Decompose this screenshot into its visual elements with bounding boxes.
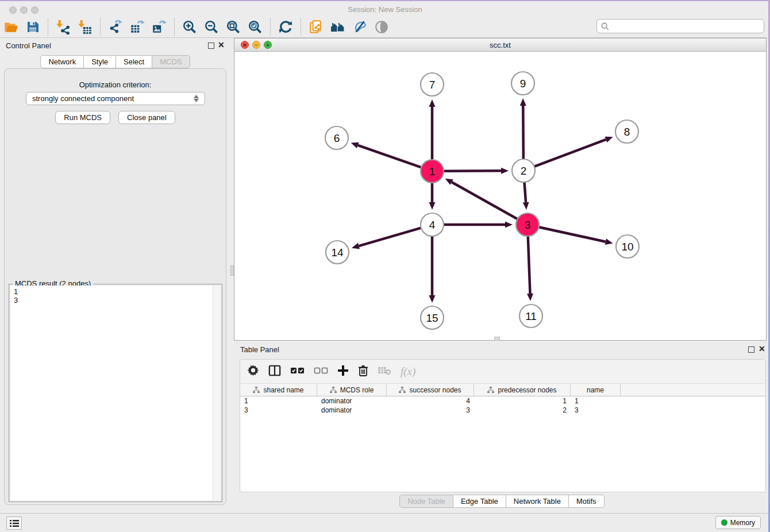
column-label: name — [587, 386, 604, 394]
horizontal-splitter-handle[interactable] — [494, 337, 500, 341]
graph-edge-3-10[interactable] — [539, 227, 606, 241]
close-panel-button[interactable]: Close panel — [118, 111, 175, 124]
app-title: Session: New Session — [0, 5, 770, 14]
hierarchy-icon — [487, 387, 494, 394]
cell-name[interactable]: 3 — [571, 406, 621, 415]
memory-label: Memory — [730, 519, 755, 527]
column-header-name[interactable]: name — [571, 384, 621, 396]
export-table-icon[interactable] — [129, 18, 146, 36]
task-history-button[interactable] — [6, 516, 22, 530]
column-header-shared-name[interactable]: shared name — [240, 384, 317, 396]
graph-node-label-14: 14 — [331, 246, 344, 259]
graph-edge-arrowhead — [352, 243, 360, 249]
tab-style[interactable]: Style — [84, 55, 116, 68]
graphics-details-icon[interactable] — [351, 18, 368, 36]
tab-mcds[interactable]: MCDS — [152, 55, 190, 68]
cell-successor-nodes[interactable]: 3 — [387, 406, 474, 415]
graph-edge-arrowhead — [605, 137, 613, 142]
app-titlebar: Session: New Session — [0, 0, 770, 16]
delete-column-trash-icon[interactable] — [358, 365, 368, 379]
result-scrollbar[interactable] — [213, 286, 221, 500]
criterion-dropdown[interactable]: strongly connected component — [26, 92, 205, 105]
column-header-successor-nodes[interactable]: successor nodes — [387, 384, 474, 396]
table-row[interactable]: 1 dominator 4 1 1 — [240, 396, 765, 406]
search-input[interactable] — [612, 22, 764, 30]
graph-edge-arrowhead — [429, 295, 436, 303]
cell-mcds-role[interactable]: dominator — [317, 406, 387, 415]
tab-select[interactable]: Select — [116, 55, 152, 68]
tab-network[interactable]: Network — [40, 55, 84, 68]
graph-edge-1-2[interactable] — [444, 171, 501, 171]
graph-edge-2-3[interactable] — [524, 182, 526, 202]
close-table-panel-icon[interactable]: ✕ — [759, 345, 765, 353]
mcds-panel: Optimization criterion: strongly connect… — [4, 68, 226, 505]
run-mcds-button[interactable]: Run MCDS — [55, 111, 110, 124]
zoom-out-icon[interactable] — [203, 18, 220, 36]
float-panel-icon[interactable] — [208, 43, 214, 49]
clone-network-icon[interactable] — [307, 18, 325, 36]
tab-motifs[interactable]: Motifs — [569, 495, 605, 508]
control-panel-header: Control Panel ✕ — [0, 38, 230, 53]
graph-edge-3-11[interactable] — [528, 236, 530, 294]
graph-edge-arrowhead — [429, 202, 436, 210]
main-toolbar — [0, 16, 770, 38]
cell-shared-name[interactable]: 3 — [240, 406, 317, 415]
table-toolbar: f(x) — [240, 360, 765, 384]
table-row[interactable]: 3 dominator 3 2 3 — [240, 406, 765, 415]
mcds-result-box: MCDS result (2 nodes) 1 3 — [9, 284, 222, 502]
open-session-icon[interactable] — [2, 18, 20, 36]
select-all-icon[interactable] — [290, 366, 305, 377]
cell-shared-name[interactable]: 1 — [240, 396, 317, 406]
network-window-titlebar[interactable]: ✕ − + scc.txt — [234, 38, 766, 52]
zoom-selected-icon[interactable] — [247, 18, 264, 36]
cell-predecessor-nodes[interactable]: 1 — [474, 396, 571, 406]
mcds-result-list[interactable]: 1 3 — [10, 286, 213, 500]
add-column-plus-icon[interactable] — [337, 365, 349, 379]
hierarchy-icon — [330, 387, 337, 394]
column-header-mcds-role[interactable]: MCDS role — [317, 384, 387, 396]
graph-edge-2-8[interactable] — [534, 140, 606, 167]
unselect-all-icon[interactable] — [314, 366, 328, 377]
memory-button[interactable]: Memory — [715, 516, 761, 529]
import-network-icon[interactable] — [55, 18, 72, 36]
import-table-icon[interactable] — [76, 18, 94, 36]
column-layout-icon[interactable] — [268, 364, 281, 379]
column-label: successor nodes — [409, 386, 461, 394]
column-label: MCDS role — [340, 386, 374, 394]
status-bar: Memory — [0, 513, 770, 532]
zoom-fit-icon[interactable] — [225, 18, 242, 36]
cell-mcds-role[interactable]: dominator — [317, 396, 387, 406]
export-image-icon[interactable] — [151, 18, 168, 36]
close-panel-icon[interactable]: ✕ — [218, 41, 225, 49]
control-panel-title: Control Panel — [6, 41, 51, 50]
network-graph[interactable]: 7968124314101511 — [234, 52, 766, 340]
graph-edge-2-9[interactable] — [523, 106, 523, 159]
table-column-headers: shared name MCDS role successor nodes pr… — [240, 384, 765, 396]
chevron-updown-icon — [194, 95, 199, 102]
network-canvas[interactable]: 7968124314101511 — [234, 52, 766, 340]
cell-predecessor-nodes[interactable]: 2 — [474, 406, 571, 415]
table-settings-gear-icon[interactable] — [247, 364, 259, 379]
table-panel-header: Table Panel ✕ — [234, 341, 770, 356]
graph-edge-4-14[interactable] — [359, 228, 421, 246]
tab-network-table[interactable]: Network Table — [506, 495, 569, 508]
criterion-value: strongly connected component — [32, 94, 134, 103]
toolbar-separator — [100, 18, 101, 36]
tab-edge-table[interactable]: Edge Table — [453, 495, 506, 508]
graph-edge-3-1[interactable] — [452, 182, 518, 219]
show-all-networks-icon[interactable] — [329, 18, 346, 36]
delete-table-icon — [378, 365, 391, 377]
graph-edge-1-6[interactable] — [358, 145, 421, 168]
float-table-panel-icon[interactable] — [748, 346, 754, 353]
cell-name[interactable]: 1 — [571, 396, 621, 406]
zoom-in-icon[interactable] — [181, 18, 198, 36]
apply-layout-icon[interactable] — [277, 18, 294, 36]
export-network-icon[interactable] — [107, 18, 124, 36]
hide-panels-eye-icon[interactable] — [373, 18, 390, 36]
search-box[interactable] — [596, 19, 764, 33]
graph-edge-arrowhead — [501, 168, 509, 174]
tab-node-table[interactable]: Node Table — [399, 495, 453, 508]
save-session-icon[interactable] — [24, 18, 41, 36]
cell-successor-nodes[interactable]: 4 — [387, 396, 474, 406]
column-header-predecessor-nodes[interactable]: predecessor nodes — [474, 384, 571, 396]
